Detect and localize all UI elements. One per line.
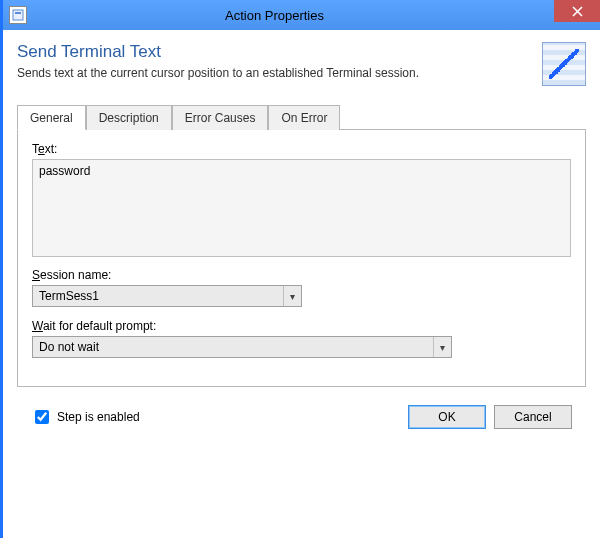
tab-description[interactable]: Description <box>86 105 172 130</box>
wait-prompt-value[interactable] <box>33 337 433 357</box>
svg-rect-0 <box>13 10 23 20</box>
session-name-combo[interactable]: ▾ <box>32 285 302 307</box>
step-enabled-checkbox[interactable]: Step is enabled <box>31 407 140 427</box>
titlebar: Action Properties <box>3 0 600 30</box>
action-heading: Send Terminal Text <box>17 42 534 62</box>
dialog-header: Send Terminal Text Sends text at the cur… <box>17 40 586 94</box>
text-label: Text: <box>32 142 571 156</box>
close-button[interactable] <box>554 0 600 22</box>
action-subheading: Sends text at the current cursor positio… <box>17 66 534 80</box>
ok-button[interactable]: OK <box>408 405 486 429</box>
tab-general[interactable]: General <box>17 105 86 130</box>
wait-prompt-label: Wait for default prompt: <box>32 319 452 333</box>
terminal-text-icon <box>542 42 586 86</box>
chevron-down-icon[interactable]: ▾ <box>283 286 301 306</box>
step-enabled-label: Step is enabled <box>57 410 140 424</box>
cancel-button[interactable]: Cancel <box>494 405 572 429</box>
session-name-label: Session name: <box>32 268 302 282</box>
chevron-down-icon[interactable]: ▾ <box>433 337 451 357</box>
tab-panel-general: Text: password Session name: ▾ Wait for … <box>17 130 586 387</box>
tab-error-causes[interactable]: Error Causes <box>172 105 269 130</box>
svg-rect-1 <box>15 12 21 14</box>
tab-bar: General Description Error Causes On Erro… <box>17 104 586 130</box>
wait-prompt-combo[interactable]: ▾ <box>32 336 452 358</box>
dialog-footer: Step is enabled OK Cancel <box>17 387 586 439</box>
app-icon <box>9 6 27 24</box>
tab-on-error[interactable]: On Error <box>268 105 340 130</box>
step-enabled-input[interactable] <box>35 410 49 424</box>
session-name-input[interactable] <box>33 286 283 306</box>
text-input[interactable]: password <box>32 159 571 257</box>
dialog-content: Send Terminal Text Sends text at the cur… <box>3 30 600 447</box>
window-title: Action Properties <box>35 8 554 23</box>
